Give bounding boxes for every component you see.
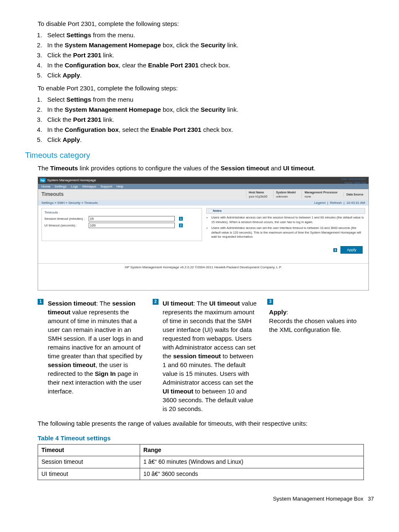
note-item: Users with Administrator access can set … <box>211 226 365 239</box>
step: In the System Management Homepage box, c… <box>44 41 374 49</box>
menu-home[interactable]: Home <box>41 184 50 189</box>
main-menu: Home Settings Logs Webapps Support Help <box>38 184 368 189</box>
menu-settings[interactable]: Settings <box>54 184 66 189</box>
callout-2: 2 UI timeout: The UI timeout value repre… <box>153 299 259 413</box>
legend-link[interactable]: Legend <box>314 201 325 205</box>
data-source: Data Source <box>343 193 366 197</box>
menu-help[interactable]: Help <box>116 184 123 189</box>
disable-steps: Select Settings from the menu. In the Sy… <box>44 31 374 80</box>
window-titlebar: hp System Management Homepage <box>38 177 368 184</box>
ui-timeout-input[interactable] <box>89 223 175 228</box>
step: Click the Port 2301 link. <box>44 51 374 59</box>
mgmt-processor: Management Processornone <box>302 190 340 199</box>
table-header: Range <box>140 444 363 456</box>
screenshot: User: Administrator Home | Sign Out hp S… <box>38 177 369 290</box>
page-footer: System Management Homepage Box 37 <box>25 495 374 503</box>
note-item: Users with Administrator access can set … <box>211 216 365 224</box>
host-name: Host Nameyour-h1p3lc60 <box>246 190 270 199</box>
step: Select Settings from the menu. <box>44 31 374 39</box>
table-row: Session timeout 1 â€“ 60 minutes (Window… <box>38 456 364 468</box>
timeouts-heading: Timeouts category <box>25 150 374 161</box>
table-row: UI timeout 10 â€“ 3600 seconds <box>38 468 364 480</box>
step: Click the Port 2301 link. <box>44 115 374 124</box>
step: Select Settings from the menu <box>44 95 374 104</box>
screenshot-footer: HP System Management Homepage v6.2.0.22 … <box>38 263 368 271</box>
menu-support[interactable]: Support <box>100 184 112 189</box>
table-intro: The following table presents the range o… <box>38 419 374 428</box>
header-right: Legend | Refresh | 10:43:31 AM <box>314 200 365 205</box>
callout-num-3: 3 <box>267 299 273 305</box>
page-title: Timeouts <box>38 189 179 200</box>
step: Click Apply. <box>44 71 374 80</box>
disable-intro: To disable Port 2301, complete the follo… <box>38 19 374 28</box>
system-model: System Modelunknown <box>273 190 298 199</box>
enable-intro: To enable Port 2301, complete the follow… <box>38 84 374 93</box>
callout-1-icon: 1 <box>179 217 183 221</box>
timeouts-intro: The Timeouts link provides options to co… <box>38 164 374 172</box>
enable-steps: Select Settings from the menu In the Sys… <box>44 95 374 144</box>
callout-num-1: 1 <box>38 299 43 305</box>
apply-button[interactable]: Apply <box>340 246 363 254</box>
notes-heading: 📄 Notes <box>206 208 365 214</box>
table-caption: Table 4 Timeout settings <box>38 434 374 442</box>
step: In the Configuration box, clear the Enab… <box>44 61 374 69</box>
refresh-link[interactable]: Refresh <box>330 201 342 205</box>
ui-timeout-label: UI timeout (seconds) : <box>44 223 86 228</box>
callout-columns: 1 Session timeout: The session timeout v… <box>38 299 374 413</box>
step: Click Apply. <box>44 135 374 144</box>
user-info: User: Administrator Home | Sign Out <box>341 177 366 185</box>
callout-2-icon: 2 <box>179 224 183 227</box>
step: In the Configuration box, select the Ena… <box>44 125 374 134</box>
page-header: Timeouts Host Nameyour-h1p3lc60 System M… <box>38 189 368 200</box>
menu-logs[interactable]: Logs <box>71 184 78 189</box>
step: In the System Management Homepage box, c… <box>44 105 374 114</box>
callout-3-icon: 3 <box>333 248 337 252</box>
form-group-label: Timeouts <box>44 210 199 215</box>
menu-webapps[interactable]: Webapps <box>82 184 97 189</box>
timeout-settings-table: Timeout Range Session timeout 1 â€“ 60 m… <box>38 444 364 481</box>
session-timeout-input[interactable] <box>89 216 175 221</box>
clock: 10:43:31 AM <box>346 201 365 205</box>
callout-num-2: 2 <box>153 299 159 305</box>
breadcrumb: Settings » SMH » Security » Timeouts Leg… <box>38 200 368 206</box>
notes-panel: 📄 Notes Users with Administrator access … <box>206 208 365 241</box>
session-timeout-label: Session timeout (minutes) : <box>44 216 86 221</box>
window-title: System Management Homepage <box>47 178 96 182</box>
timeouts-form: Timeouts Session timeout (minutes) : 1 U… <box>41 208 202 241</box>
hp-logo: hp <box>40 178 46 182</box>
callout-3: 3 Apply: Records the chosen values into … <box>267 299 374 413</box>
callout-1: 1 Session timeout: The session timeout v… <box>38 299 144 413</box>
table-header: Timeout <box>38 444 140 456</box>
